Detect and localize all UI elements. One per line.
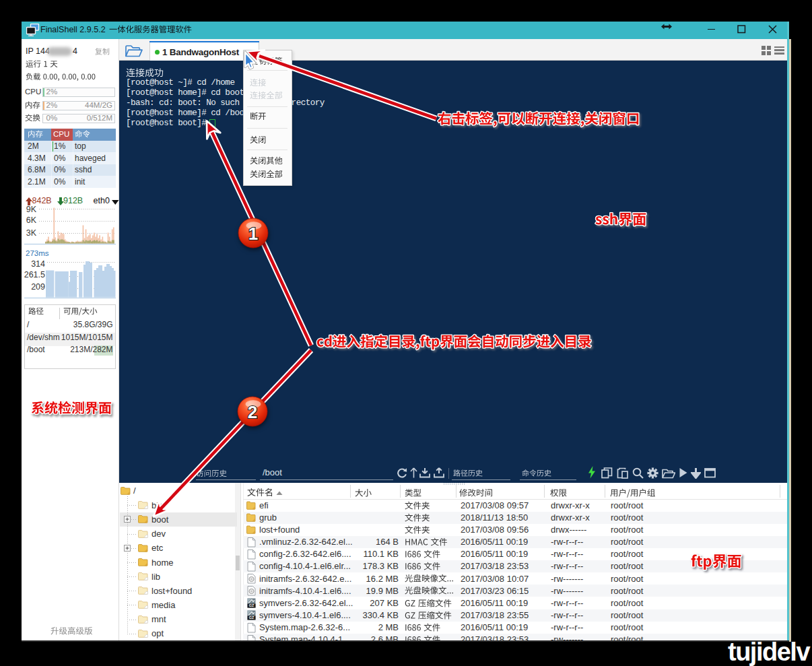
svg-text:2: 2	[248, 402, 257, 422]
svg-text:1: 1	[248, 224, 258, 244]
